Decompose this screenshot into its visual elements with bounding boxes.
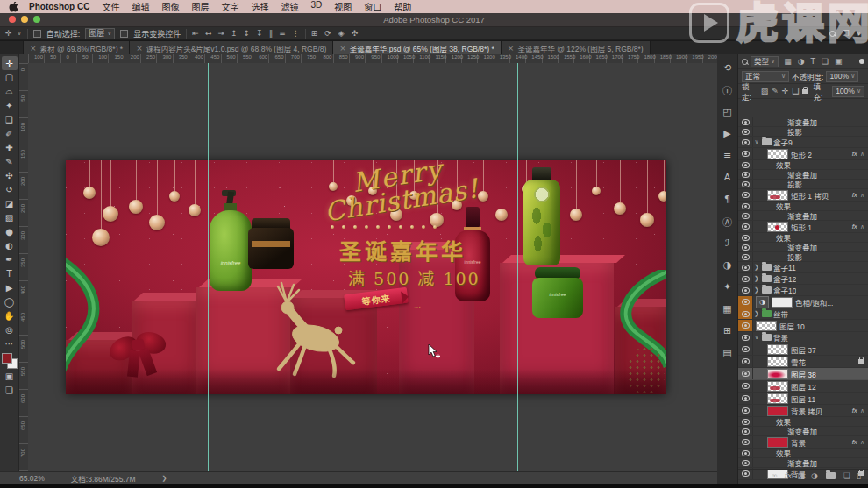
lock-pixels-icon[interactable]: ✎ [772,87,779,95]
fx-badge[interactable]: fx [852,191,857,199]
menu-item-5[interactable]: 选择 [251,0,268,13]
tab-close-icon[interactable]: × [136,44,143,53]
more-tools[interactable]: ⋯ [2,336,18,350]
navigator-panel-icon[interactable]: ◰ [719,101,736,123]
fx-badge[interactable]: fx [852,407,857,414]
visibility-toggle[interactable] [738,308,753,319]
layer-effect-row[interactable]: 渐变叠加 [738,117,868,127]
marquee-tool[interactable]: ▢ [2,70,18,84]
pen-tool[interactable]: ✒ [2,252,18,266]
layer-effect-row[interactable]: 投影 [738,180,868,189]
lock-artboard-icon[interactable]: ❑ [792,87,799,95]
layer-row[interactable]: 图层 38 [738,368,868,380]
opacity-dropdown[interactable]: 100% ∨ [826,71,858,82]
delete-layer-icon[interactable]: ▯ [857,471,861,480]
layer-comps-panel-icon[interactable]: ⊞ [719,320,736,342]
layer-row[interactable]: 图层 12 [738,380,868,393]
visibility-toggle[interactable] [738,356,753,367]
apple-icon[interactable] [9,1,20,12]
menu-item-4[interactable]: 文字 [221,0,238,13]
visibility-toggle[interactable] [738,405,753,416]
history-brush-tool[interactable]: ↺ [2,182,18,196]
glyphs-panel-icon[interactable]: Ⓐ [719,210,736,232]
fx-badge[interactable]: fx [852,150,857,158]
fx-badge[interactable]: fx [852,223,857,230]
show-transform-checkbox[interactable] [120,30,128,38]
app-menu-title[interactable]: Photoshop CC [29,2,89,11]
caret-closed-icon[interactable]: ❯ [753,286,760,294]
lock-all-icon[interactable] [802,89,808,94]
adjustments-panel-icon[interactable]: ◑ [719,254,736,276]
styles-panel-icon[interactable]: ✦ [719,276,736,298]
visibility-toggle[interactable] [738,285,753,295]
document-tab-2[interactable]: ×圣诞嘉年华.psd @ 65% (图层 38, RGB/8*) * [333,41,502,54]
status-chevron-icon[interactable]: ❯ [162,475,167,482]
layer-effect-row[interactable]: 投影 [738,252,868,262]
visibility-toggle[interactable] [738,393,753,404]
layer-group-row[interactable]: ∨盒子9 [738,137,868,148]
screen-mode-button[interactable]: ❏ [2,383,18,397]
filter-shape-icon[interactable]: ❏ [822,57,829,66]
zoom-tool[interactable]: ◎ [2,322,18,336]
menu-item-10[interactable]: 帮助 [394,0,411,13]
close-window-button[interactable] [9,16,16,23]
lock-transparent-icon[interactable]: ▨ [761,87,769,95]
layer-group-row[interactable]: ❯盒子10 [738,285,868,296]
auto-select-checkbox[interactable] [33,30,41,38]
visibility-toggle[interactable] [738,436,753,448]
layer-effect-row[interactable]: 渐变叠加 [738,170,868,180]
filter-pin-icon[interactable] [859,59,864,64]
auto-select-dropdown[interactable]: 图层 ∨ [85,28,115,39]
document-tab-0[interactable]: ×素材 @ 69.8%(RGB/8*) * [24,41,130,54]
visibility-toggle[interactable] [738,368,753,379]
quick-mask-button[interactable]: ▣ [2,369,18,383]
history-panel-icon[interactable]: ⟲ [719,57,736,79]
align-top-icon[interactable]: ↥ [231,28,238,39]
type-tool[interactable]: T [2,266,18,280]
path-select-tool[interactable]: ▶ [2,280,18,294]
3d-axis-icon[interactable]: ◈ [338,28,345,39]
menu-item-7[interactable]: 3D [310,0,322,13]
visibility-toggle[interactable] [738,180,753,188]
layer-row[interactable]: 雪花 [738,356,868,368]
layer-effect-row[interactable]: 渐变叠加 [738,458,868,468]
align-right-icon[interactable]: ⇥ [217,28,224,39]
menu-item-9[interactable]: 窗口 [364,0,381,13]
swatches-panel-icon[interactable]: ▦ [719,298,736,320]
brush-tool[interactable]: ✎ [2,154,18,168]
layer-row[interactable]: 矩形 2fx∧ [738,148,868,160]
3d-rotate-icon[interactable]: ⟳ [324,28,331,39]
character-styles-panel-icon[interactable]: ℐ [719,232,736,254]
align-center-h-icon[interactable]: ↔ [205,28,212,39]
magic-wand-tool[interactable]: ✦ [2,98,18,112]
visibility-toggle[interactable] [738,332,753,343]
menu-item-6[interactable]: 滤镜 [281,0,298,13]
zoom-level[interactable]: 65.02% [19,474,45,483]
filter-type-dropdown[interactable]: 类型 ∨ [751,56,779,67]
collapse-effects-icon[interactable]: ∧ [860,223,864,230]
visibility-toggle[interactable] [738,262,753,272]
foreground-color-swatch[interactable] [2,353,12,364]
crop-tool[interactable]: ❑ [2,112,18,126]
collapse-effects-icon[interactable]: ∧ [860,407,864,414]
auto-align-icon[interactable]: ⊞ [311,28,318,39]
visibility-toggle[interactable] [738,427,753,435]
caret-closed-icon[interactable]: ❯ [753,264,760,271]
visibility-toggle[interactable] [738,417,753,426]
visibility-toggle[interactable] [738,189,753,201]
layer-row[interactable]: 背景 拷贝fx∧ [738,405,868,417]
paragraph-panel-icon[interactable]: ¶ [719,188,736,210]
layer-row[interactable]: 矩形 1fx∧ [738,221,868,233]
visibility-toggle[interactable] [738,380,753,392]
layer-effect-row[interactable]: 渐变叠加 [738,243,868,252]
document-canvas[interactable]: innisfree innisfree innisfree [28,63,717,471]
tab-close-icon[interactable]: × [339,44,346,53]
blur-tool[interactable]: ● [2,224,18,238]
distribute-v-icon[interactable]: ≡ [279,28,286,39]
layer-group-row[interactable]: ❯丝带 [738,308,868,320]
workspace-chevron-icon[interactable]: ∨ [857,30,861,37]
menu-item-0[interactable]: 文件 [102,0,119,13]
layer-style-icon[interactable]: fx [784,471,792,480]
menu-item-8[interactable]: 视图 [334,0,352,13]
caret-closed-icon[interactable]: ❯ [753,275,760,282]
